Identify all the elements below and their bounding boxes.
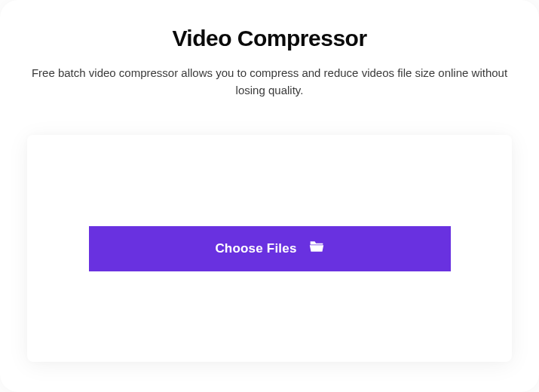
main-container: Video Compressor Free batch video compre… [0,0,539,392]
upload-card: Choose Files [27,135,512,362]
choose-files-button[interactable]: Choose Files [89,226,451,271]
choose-files-label: Choose Files [215,241,296,256]
page-subtitle: Free batch video compressor allows you t… [29,65,511,99]
folder-icon [309,240,324,257]
page-title: Video Compressor [172,26,366,51]
